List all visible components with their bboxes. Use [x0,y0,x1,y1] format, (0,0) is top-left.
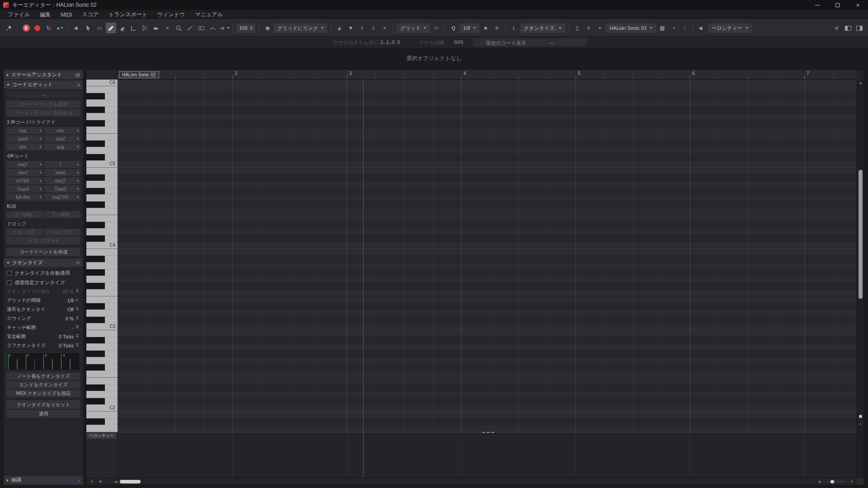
strength-field[interactable]: 60 % [56,288,80,295]
piano-key-white[interactable] [86,168,118,174]
chord-type-button-min[interactable]: min [44,127,80,134]
pin-icon[interactable] [4,23,14,33]
chord-type-button-maj[interactable]: maj [6,127,43,134]
grid-row[interactable] [118,161,857,168]
drop24-button[interactable]: ドロップ2 + 4 [6,237,80,244]
left-zone-toggle-icon[interactable] [843,23,853,33]
tuplet-field[interactable]: Off [56,306,80,313]
grid-row[interactable] [118,351,857,357]
piano-key-black[interactable] [86,351,118,357]
section-quantize[interactable]: クオンタイズ ⊙ [4,258,83,267]
grid-row[interactable] [118,249,857,256]
chord-type-button-maj7[interactable]: maj7 [6,161,43,168]
scroll-left-button[interactable]: ◂ [112,479,120,485]
chord-type-button-7[interactable]: 7 [44,161,80,168]
grid-row[interactable] [118,80,857,86]
scroll-up-button[interactable]: ▴ [857,80,864,86]
piano-key-white[interactable] [86,425,118,432]
piano-key-white[interactable] [86,215,118,222]
grid-row[interactable] [118,276,857,283]
grid-row[interactable] [118,215,857,222]
grid-row[interactable] [118,412,857,418]
show-part-borders-icon[interactable]: ▯ [572,23,582,33]
transpose-up-icon[interactable]: ⇑ [357,23,367,33]
chord-type-button-min7[interactable]: min7 [6,169,43,176]
grid-row[interactable] [118,385,857,391]
piano-key-white[interactable] [86,310,118,317]
curve-tool-icon[interactable] [208,23,218,33]
horizontal-scroll-thumb[interactable] [120,480,141,483]
grid-row[interactable] [118,418,857,425]
menu-item-編集[interactable]: 編集 [35,10,56,19]
grid-link-dropdown[interactable]: グリッドにリンク [274,23,327,33]
grid-relative-icon[interactable]: -|+ [431,23,441,33]
chord-type-button-maj7/#5[interactable]: maj7/#5 [44,193,80,201]
piano-key-white[interactable] [86,263,118,269]
maximize-button[interactable] [827,0,848,10]
chord-type-button-aug[interactable]: aug [44,143,80,150]
vertical-scroll-thumb[interactable] [859,170,863,299]
length-quantize-dropdown[interactable]: クオンタイズ. [520,23,566,33]
grid-row[interactable] [118,378,857,385]
ruler[interactable]: HALion Sonic 02 234567 [118,70,857,80]
auto-apply-checkbox[interactable] [7,271,12,276]
piano-key-black[interactable] [86,93,118,100]
piano-key-white[interactable] [86,134,118,141]
transpose-down-icon[interactable]: ⇓ [368,23,378,33]
piano-key-white[interactable] [86,181,118,188]
grid-row[interactable] [118,222,857,229]
iq-checkbox[interactable] [7,280,12,285]
piano-key-black[interactable] [86,222,118,229]
acoustic-feedback-icon[interactable] [72,23,82,33]
chord-type-button-sus2[interactable]: sus2 [44,135,80,142]
chord-type-button-min6[interactable]: min6 [44,169,80,176]
split-tool[interactable] [140,23,150,33]
piano-key-white[interactable] [86,195,118,202]
freeze-midi-quantize-button[interactable]: MIDI クオンタイズを固定 [6,389,80,397]
grid-type-dropdown[interactable]: グリッド [396,23,430,33]
piano-key-white[interactable] [86,276,118,283]
record-in-editor-button[interactable] [32,23,42,33]
menu-item-スコア[interactable]: スコア [77,10,104,19]
insert-velocity-spinner[interactable]: 100 [236,23,255,33]
grid-row[interactable] [118,208,857,215]
controller-lane-presets-button[interactable]: ▾ [96,479,104,485]
minimize-button[interactable] [807,0,827,10]
piano-key-white[interactable] [86,113,118,120]
piano-key-black[interactable] [86,364,118,371]
piano-key-black[interactable] [86,141,118,147]
piano-key-black[interactable] [86,303,118,310]
zoom-tool[interactable] [174,23,184,33]
solo-editor-button[interactable]: S [21,23,31,33]
piano-key-black[interactable] [86,337,118,344]
rough-quantize-field[interactable]: 0 Ticks [56,342,80,349]
grid-row[interactable] [118,113,857,120]
piano-key-black[interactable] [86,202,118,208]
piano-key-white[interactable] [86,229,118,235]
piano-key-black[interactable] [86,283,118,290]
grid-row[interactable] [118,188,857,195]
project-cursor[interactable] [363,80,363,478]
catch-range-field[interactable]: - [56,324,80,331]
piano-key-white[interactable] [86,290,118,296]
grid-overlay-icon[interactable]: ▦ [657,23,667,33]
apply-quantize-button[interactable]: 適用 [6,410,80,418]
grid-row[interactable] [118,120,857,127]
menu-item-MIDI[interactable]: MIDI [56,10,77,19]
grid-row[interactable] [118,303,857,310]
drop3-button[interactable]: ドロップ3 [44,229,80,236]
retrospective-record-icon[interactable]: ↻ [43,23,54,33]
swing-field[interactable]: 0 % [56,315,80,322]
piano-key-white[interactable] [86,249,118,256]
grid-row[interactable] [118,154,857,161]
grid-row[interactable] [118,324,857,330]
piano-key-white[interactable] [86,412,118,418]
reset-quantize-button[interactable]: クオンタイズをリセット [6,400,80,409]
piano-key-white[interactable] [86,378,118,385]
add-chord-track-button[interactable]: コードトラックを追加 [6,100,80,108]
quantize-ends-button[interactable]: エンドをクオンタイズ [6,381,80,389]
piano-key-white[interactable] [86,371,118,378]
close-button[interactable]: × [848,0,868,10]
chord-type-button-sus4[interactable]: sus4 [6,135,43,142]
piano-key-black[interactable] [86,385,118,391]
